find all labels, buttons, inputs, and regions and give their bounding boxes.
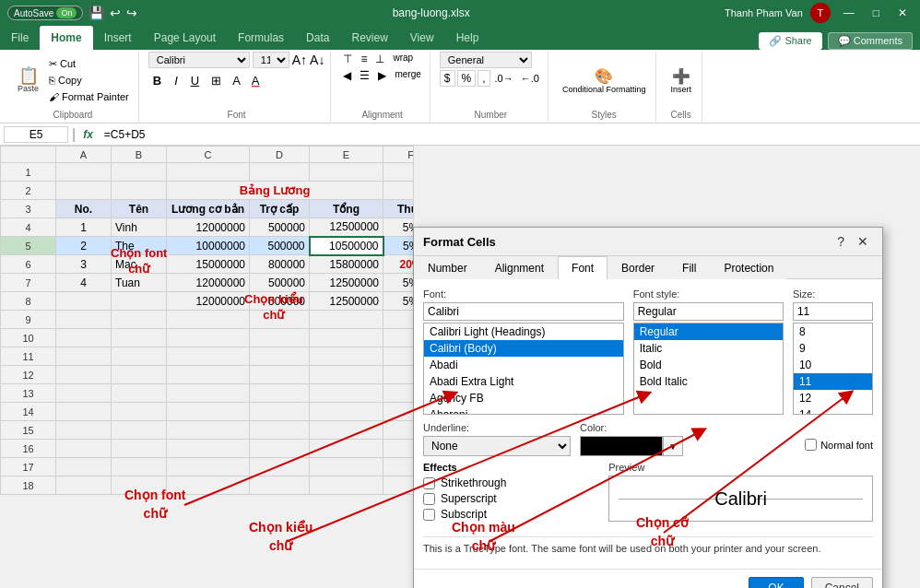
col-header-e[interactable]: E [310, 147, 383, 163]
dialog-help-button[interactable]: ? [832, 233, 849, 250]
name-box[interactable] [4, 126, 68, 143]
format-cells-dialog[interactable]: Format Cells ? ✕ Number Alignment Font B… [413, 227, 883, 588]
cancel-button[interactable]: Cancel [811, 577, 873, 588]
size-list[interactable]: 8 9 10 11 12 14 [793, 323, 873, 415]
align-left-button[interactable]: ◀ [340, 68, 354, 83]
strikethrough-item[interactable]: Strikethrough [423, 476, 599, 489]
tab-insert[interactable]: Insert [93, 26, 143, 50]
paste-button[interactable]: 📋 Paste [13, 55, 43, 105]
style-bold-italic[interactable]: Bold Italic [634, 373, 783, 390]
tab-page-layout[interactable]: Page Layout [143, 26, 227, 50]
conditional-formatting-button[interactable]: 🎨 Conditional Formatting [558, 55, 651, 105]
dialog-tab-fill[interactable]: Fill [668, 256, 710, 279]
align-bottom-button[interactable]: ⊥ [372, 52, 387, 66]
comments-button[interactable]: 💬 Comments [828, 32, 913, 50]
style-italic[interactable]: Italic [634, 340, 783, 357]
share-button[interactable]: 🔗 Share [759, 32, 821, 50]
col-header-b[interactable]: B [112, 147, 167, 163]
fx-button[interactable]: fx [79, 128, 97, 141]
size-11[interactable]: 11 [794, 373, 872, 390]
increase-decimal-button[interactable]: .0→ [492, 72, 516, 85]
align-center-button[interactable]: ☰ [357, 68, 372, 83]
strikethrough-checkbox[interactable] [423, 477, 435, 489]
font-item-agency[interactable]: Agency FB [424, 390, 623, 406]
italic-button[interactable]: I [170, 72, 183, 89]
col-header-c[interactable]: C [167, 147, 250, 163]
tab-formulas[interactable]: Formulas [227, 26, 295, 50]
subscript-item[interactable]: Subscript [423, 508, 599, 521]
col-header-f[interactable]: F [383, 147, 414, 163]
dialog-tab-font[interactable]: Font [558, 256, 607, 279]
font-item-aharoni[interactable]: Aharoni [424, 406, 623, 415]
font-item-abadi-extra[interactable]: Abadi Extra Light [424, 373, 623, 390]
percent-button[interactable]: % [457, 70, 477, 87]
font-input[interactable] [423, 302, 624, 321]
dialog-tab-number[interactable]: Number [414, 256, 481, 279]
decrease-font-button[interactable]: A↓ [310, 53, 324, 67]
tab-home[interactable]: Home [40, 26, 92, 50]
color-dropdown-button[interactable]: ▼ [663, 436, 683, 456]
font-item-abadi[interactable]: Abadi [424, 357, 623, 373]
col-header-a[interactable]: A [56, 147, 112, 163]
fill-color-button[interactable]: A [229, 73, 244, 88]
normal-font-check[interactable]: Normal font [805, 439, 873, 451]
bang-luong-cell[interactable]: Bảng Lương [167, 182, 383, 200]
ok-button[interactable]: OK [749, 577, 803, 588]
undo-icon[interactable]: ↩ [110, 6, 121, 20]
decrease-decimal-button[interactable]: ←.0 [518, 72, 542, 85]
font-face-select[interactable]: Calibri [148, 52, 250, 68]
align-top-button[interactable]: ⊤ [340, 52, 355, 66]
col-header-d[interactable]: D [250, 147, 310, 163]
subscript-checkbox[interactable] [423, 509, 435, 521]
merge-button[interactable]: merge [392, 68, 423, 83]
size-8[interactable]: 8 [794, 323, 872, 340]
cut-button[interactable]: ✂ Cut [45, 56, 133, 72]
close-button[interactable]: ✕ [892, 5, 913, 21]
underline-button[interactable]: U [186, 72, 204, 89]
dialog-tab-border[interactable]: Border [607, 256, 668, 279]
font-color-button[interactable]: A [248, 73, 264, 88]
dialog-close-button[interactable]: ✕ [853, 233, 873, 250]
normal-font-checkbox[interactable] [805, 439, 817, 451]
font-item-calibri-light[interactable]: Calibri Light (Headings) [424, 323, 623, 340]
tab-view[interactable]: View [399, 26, 445, 50]
superscript-item[interactable]: Superscript [423, 492, 599, 505]
align-right-button[interactable]: ▶ [375, 68, 389, 83]
fontstyle-input[interactable] [633, 302, 784, 321]
comma-button[interactable]: , [478, 70, 489, 87]
fontstyle-list[interactable]: Regular Italic Bold Bold Italic [633, 323, 784, 415]
font-list[interactable]: Calibri Light (Headings) Calibri (Body) … [423, 323, 624, 415]
size-9[interactable]: 9 [794, 340, 872, 357]
border-button[interactable]: ⊞ [207, 73, 225, 88]
superscript-checkbox[interactable] [423, 493, 435, 505]
tab-review[interactable]: Review [340, 26, 398, 50]
style-bold[interactable]: Bold [634, 357, 783, 373]
wrap-text-button[interactable]: wrap [390, 52, 416, 66]
increase-font-button[interactable]: A↑ [292, 53, 307, 67]
style-regular[interactable]: Regular [634, 323, 783, 340]
size-14[interactable]: 14 [794, 406, 872, 415]
tab-help[interactable]: Help [445, 26, 490, 50]
tab-file[interactable]: File [0, 26, 40, 50]
size-input[interactable] [793, 302, 873, 321]
currency-button[interactable]: $ [440, 70, 455, 87]
autosave-toggle[interactable]: AutoSave On [7, 6, 83, 20]
save-icon[interactable]: 💾 [88, 6, 104, 20]
font-item-calibri-body[interactable]: Calibri (Body) [424, 340, 623, 357]
redo-icon[interactable]: ↪ [126, 6, 137, 20]
dialog-tab-protection[interactable]: Protection [710, 256, 787, 279]
tab-data[interactable]: Data [295, 26, 340, 50]
dialog-tab-alignment[interactable]: Alignment [481, 256, 558, 279]
font-size-select[interactable]: 11 [253, 52, 289, 68]
minimize-button[interactable]: — [838, 5, 860, 21]
number-format-select[interactable]: General [440, 52, 532, 68]
align-middle-button[interactable]: ≡ [358, 52, 370, 66]
format-painter-button[interactable]: 🖌 Format Painter [45, 89, 133, 105]
insert-cells-button[interactable]: ➕ Insert [666, 55, 696, 105]
size-10[interactable]: 10 [794, 357, 872, 373]
maximize-button[interactable]: □ [867, 5, 885, 21]
size-12[interactable]: 12 [794, 390, 872, 406]
formula-input[interactable] [100, 127, 916, 142]
underline-select[interactable]: None Single Double [423, 436, 571, 456]
bold-button[interactable]: B [148, 72, 166, 89]
